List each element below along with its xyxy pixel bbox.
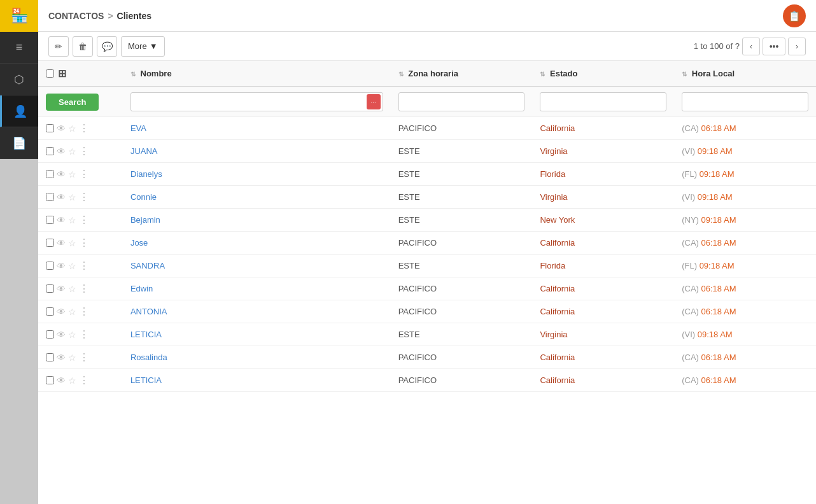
row-checkbox[interactable]: [46, 330, 54, 339]
sidebar-item-document[interactable]: 📄: [0, 127, 38, 159]
row-star-icon[interactable]: ☆: [68, 146, 76, 157]
row-nombre-link[interactable]: Jose: [130, 238, 148, 248]
row-menu-icon[interactable]: ⋮: [79, 237, 90, 249]
row-hora-cell: (VI) 09:18 AM: [674, 140, 816, 163]
row-eye-icon[interactable]: 👁: [57, 307, 66, 317]
row-checkbox[interactable]: [46, 353, 54, 361]
row-nombre-link[interactable]: JUANA: [130, 146, 158, 156]
row-menu-icon[interactable]: ⋮: [79, 214, 90, 226]
table-row: 👁 ☆ ⋮ ANTONIA PACIFICO California (CA) 0…: [38, 300, 816, 323]
row-checkbox[interactable]: [46, 193, 54, 201]
notification-icon[interactable]: 📋: [783, 4, 806, 27]
pagination-prev[interactable]: ‹: [742, 38, 760, 55]
pagination-next[interactable]: ›: [788, 38, 806, 55]
th-hora[interactable]: ⇅ Hora Local: [674, 61, 816, 87]
row-eye-icon[interactable]: 👁: [57, 146, 66, 157]
search-button[interactable]: Search: [46, 94, 99, 111]
row-eye-icon[interactable]: 👁: [57, 192, 66, 202]
row-menu-icon[interactable]: ⋮: [79, 191, 90, 203]
row-star-icon[interactable]: ☆: [68, 215, 76, 225]
row-nombre-link[interactable]: Bejamin: [130, 215, 160, 225]
th-estado[interactable]: ⇅ Estado: [532, 61, 674, 87]
row-menu-icon[interactable]: ⋮: [79, 328, 90, 340]
row-nombre-cell: Connie: [123, 186, 391, 209]
select-all-checkbox[interactable]: [46, 69, 54, 78]
row-nombre-link[interactable]: Connie: [130, 192, 157, 202]
row-eye-icon[interactable]: 👁: [57, 375, 66, 386]
row-nombre-link[interactable]: ANTONIA: [130, 307, 167, 316]
search-estado-input[interactable]: [540, 92, 666, 111]
edit-button[interactable]: ✏: [48, 36, 69, 57]
row-checkbox[interactable]: [46, 307, 54, 316]
row-nombre-link[interactable]: Edwin: [130, 284, 153, 293]
row-nombre-link[interactable]: Rosalinda: [130, 353, 167, 362]
table-row: 👁 ☆ ⋮ JUANA ESTE Virginia (VI) 09:18 AM: [38, 140, 816, 163]
row-menu-icon[interactable]: ⋮: [79, 351, 90, 363]
row-menu-icon[interactable]: ⋮: [79, 122, 90, 134]
row-checkbox[interactable]: [46, 216, 54, 224]
search-hora-input[interactable]: [682, 92, 808, 111]
row-checkbox[interactable]: [46, 124, 54, 132]
sidebar-logo[interactable]: 🏪: [0, 0, 38, 32]
row-menu-icon[interactable]: ⋮: [79, 168, 90, 180]
row-star-icon[interactable]: ☆: [68, 192, 76, 202]
row-menu-icon[interactable]: ⋮: [79, 145, 90, 157]
row-eye-icon[interactable]: 👁: [57, 353, 66, 363]
row-checkbox[interactable]: [46, 239, 54, 247]
row-checkbox[interactable]: [46, 262, 54, 270]
row-eye-icon[interactable]: 👁: [57, 238, 66, 248]
row-star-icon[interactable]: ☆: [68, 353, 76, 363]
search-zona-input[interactable]: [398, 92, 525, 111]
row-menu-icon[interactable]: ⋮: [79, 260, 90, 272]
row-actions-cell: 👁 ☆ ⋮: [38, 277, 123, 300]
sidebar-item-package[interactable]: ⬡: [0, 64, 38, 95]
row-hora-time: 06:18 AM: [701, 238, 736, 248]
col-estado-label: Estado: [550, 69, 577, 78]
row-nombre-cell: Bejamin: [123, 209, 391, 232]
toolbar: ✏ 🗑 💬 More ▼ 1 to 100 of ? ‹ ••• ›: [38, 32, 816, 61]
row-star-icon[interactable]: ☆: [68, 123, 76, 134]
row-eye-icon[interactable]: 👁: [57, 123, 66, 134]
row-star-icon[interactable]: ☆: [68, 284, 76, 294]
delete-button[interactable]: 🗑: [73, 36, 93, 57]
row-eye-icon[interactable]: 👁: [57, 330, 66, 340]
row-zona-text: ESTE: [398, 192, 420, 202]
sidebar-item-contacts[interactable]: 👤: [0, 95, 38, 127]
row-menu-icon[interactable]: ⋮: [79, 283, 90, 295]
row-eye-icon[interactable]: 👁: [57, 215, 66, 225]
row-checkbox[interactable]: [46, 170, 54, 178]
row-eye-icon[interactable]: 👁: [57, 284, 66, 294]
row-eye-icon[interactable]: 👁: [57, 169, 66, 179]
row-hora-time: 09:18 AM: [698, 192, 733, 202]
row-nombre-link[interactable]: LETICIA: [130, 330, 162, 339]
row-eye-icon[interactable]: 👁: [57, 261, 66, 271]
row-menu-icon[interactable]: ⋮: [79, 374, 90, 386]
row-checkbox[interactable]: [46, 376, 54, 384]
table-row: 👁 ☆ ⋮ EVA PACIFICO California (CA) 06:18…: [38, 117, 816, 140]
th-nombre[interactable]: ⇅ Nombre: [123, 61, 391, 87]
comment-button[interactable]: 💬: [97, 36, 117, 57]
row-star-icon[interactable]: ☆: [68, 330, 76, 340]
row-star-icon[interactable]: ☆: [68, 261, 76, 271]
row-menu-icon[interactable]: ⋮: [79, 305, 90, 318]
row-checkbox[interactable]: [46, 284, 54, 293]
search-nombre-input[interactable]: [130, 92, 383, 111]
more-button[interactable]: More ▼: [121, 36, 165, 57]
row-nombre-link[interactable]: Dianelys: [130, 169, 162, 179]
row-checkbox[interactable]: [46, 147, 54, 155]
row-star-icon[interactable]: ☆: [68, 375, 76, 386]
row-nombre-cell: LETICIA: [123, 369, 391, 392]
search-nombre-icon[interactable]: ···: [367, 94, 381, 109]
row-zona-text: ESTE: [398, 330, 420, 339]
row-nombre-link[interactable]: SANDRA: [130, 261, 165, 270]
row-hora-prefix: (CA): [682, 123, 701, 133]
row-nombre-link[interactable]: EVA: [130, 123, 146, 133]
row-estado-cell: California: [532, 277, 674, 300]
sidebar-item-list[interactable]: ≡: [0, 32, 38, 64]
row-star-icon[interactable]: ☆: [68, 307, 76, 317]
row-star-icon[interactable]: ☆: [68, 238, 76, 248]
row-star-icon[interactable]: ☆: [68, 169, 76, 179]
row-nombre-link[interactable]: LETICIA: [130, 375, 162, 385]
pagination-dots[interactable]: •••: [763, 38, 785, 55]
th-zona[interactable]: ⇅ Zona horaria: [391, 61, 533, 87]
